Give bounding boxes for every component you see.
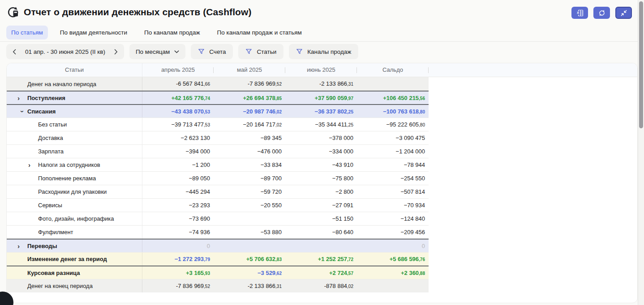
svg-text:X: X [577,11,579,15]
cell-value: −1 200 [142,158,214,171]
period-selector[interactable]: 01 апр. - 30 июня 2025 (II кв) [6,44,124,59]
cell-value: −100 763 618,80 [357,105,429,118]
table-row: Фулфилмент−74 936−53 880−80 640−209 456 [7,225,429,239]
cell-value: −73 690 [142,212,214,225]
filter-accounts-label: Счета [209,48,226,55]
table-row[interactable]: ›Налоги за сотрудников−1 200−33 834−43 9… [7,158,429,171]
filter-articles-label: Статьи [257,48,276,55]
table-header: Статьиапрель 2025май 2025июнь 2025Сальдо [7,63,637,77]
chevron-down-icon[interactable]: › [19,106,26,116]
cell-value: -7 836 969,52 [142,279,214,292]
row-label: Денег на начало периода [27,81,96,87]
cell-value: −254 550 [357,172,429,185]
cashflow-icon [7,6,19,18]
cell-value: −95 222 605,80 [357,118,429,131]
cell-value: −53 880 [214,226,285,239]
cell-value: +5 686 596,76 [357,253,429,266]
cell-value: -2 133 866,31 [214,279,285,292]
tab-po-vidam-deyatelnosti[interactable]: По видам деятельности [55,26,132,39]
cell-value: +26 694 378,85 [214,92,285,104]
cell-value: -6 567 841,66 [142,77,214,91]
cell-value: −27 091 [285,199,357,212]
cell-value: -7 836 969,52 [214,77,285,91]
chevron-right-icon[interactable] [114,49,118,55]
column-header: май 2025 [214,63,285,77]
table-row: Доставка−2 623 130−89 345−378 000−3 090 … [7,131,429,144]
page-title: Отчет о движении денежных средств (Cashf… [24,7,252,17]
scrollbar-thumb[interactable] [639,1,643,128]
filter-bar: 01 апр. - 30 июня 2025 (II кв) По месяца… [6,44,358,59]
cell-value [285,240,357,252]
vertical-scrollbar [638,0,644,305]
cell-value: −75 800 [285,172,357,185]
table-row: Денег на начало периода-6 567 841,66-7 8… [7,77,429,91]
cashflow-report-page: Отчет о движении денежных средств (Cashf… [0,0,644,305]
table-row[interactable]: ›Списания−43 438 070,53−20 987 746,02−36… [7,104,429,118]
cell-value: −394 000 [142,145,214,158]
cell-value: −20 164 717,02 [214,118,285,131]
chevron-down-icon [174,50,179,53]
table-body: Денег на начало периода-6 567 841,66-7 8… [7,77,637,292]
row-label: Фото, дизайн, инфографика [38,215,114,222]
cell-value: -878 884,02 [285,279,357,292]
table-row: Расходники для упаковки−445 294−59 720−2… [7,185,429,198]
cell-value [214,240,285,252]
cell-value: −445 294 [142,185,214,198]
table-row[interactable]: ›Поступления+42 165 776,74+26 694 378,85… [7,91,429,104]
cell-value: +2 724,57 [285,266,357,279]
excel-icon: X [576,9,584,17]
filter-articles[interactable]: Статьи [238,44,283,59]
filter-sales-channels[interactable]: Каналы продаж [289,44,358,59]
cell-value: −20 550 [214,199,285,212]
tab-po-statyam[interactable]: По статьям [6,26,48,39]
cell-value: −70 934 [357,199,429,212]
row-label-cell: Курсовая разница [7,266,142,279]
row-label-cell: Фото, дизайн, инфографика [7,212,142,225]
cell-value: −20 987 746,02 [214,105,285,118]
group-by-label: По месяцам [136,48,170,55]
tab-po-kanalam-prodazh-i-statyam[interactable]: По каналам продаж и статьям [212,26,307,39]
cell-value: −78 944 [357,158,429,171]
cell-value: +5 706 632,83 [214,253,285,266]
row-label: Переводы [27,243,57,249]
cell-value: −507 814 [357,185,429,198]
table-row: Денег на конец периода-7 836 969,52-2 13… [7,279,429,292]
filter-sales-channels-label: Каналы продаж [307,48,351,55]
chevron-right-icon[interactable]: › [17,94,27,102]
row-label-cell: Денег на конец периода [7,279,142,292]
refresh-button[interactable] [593,7,610,19]
excel-export-button[interactable]: X [571,7,588,19]
chevron-right-icon[interactable]: › [17,242,27,250]
row-label: Изменение денег за период [27,256,107,262]
cell-value: −51 150 [285,212,357,225]
title-bar: Отчет о движении денежных средств (Cashf… [7,6,252,18]
cell-value: -2 133 866,31 [285,77,357,91]
cashflow-table-card: Статьиапрель 2025май 2025июнь 2025Сальдо… [6,63,638,303]
refresh-icon [598,9,605,17]
cell-value: −59 720 [214,185,285,198]
group-by-dropdown[interactable]: По месяцам [129,44,185,59]
funnel-icon [245,48,252,55]
chevron-left-icon[interactable] [13,49,16,55]
table-row[interactable]: ›Переводы00 [7,239,429,252]
tabs-divider [0,41,638,42]
collapse-button[interactable] [615,7,632,19]
row-label: Без статьи [38,121,67,128]
row-label: Поступления [27,95,65,101]
funnel-icon [296,48,303,55]
cell-value [357,77,429,91]
cell-value: −3 529,62 [214,266,285,279]
table-row: Пополнение реклама−89 050−89 700−75 800−… [7,171,429,185]
column-header: Сальдо [357,63,429,77]
filter-accounts[interactable]: Счета [191,44,233,59]
row-label: Налоги за сотрудников [38,161,100,168]
column-header: Статьи [7,63,142,77]
row-label-cell: Зарплата [7,145,142,158]
row-label-cell: ›Списания [7,105,142,118]
cell-value: −35 344 411,25 [285,118,357,131]
tab-po-kanalam-prodazh[interactable]: По каналам продаж [139,26,205,39]
funnel-icon [198,48,205,55]
column-header: июнь 2025 [285,63,357,77]
report-tabs: По статьям По видам деятельности По кана… [6,26,307,39]
chevron-right-icon[interactable]: › [28,161,38,169]
